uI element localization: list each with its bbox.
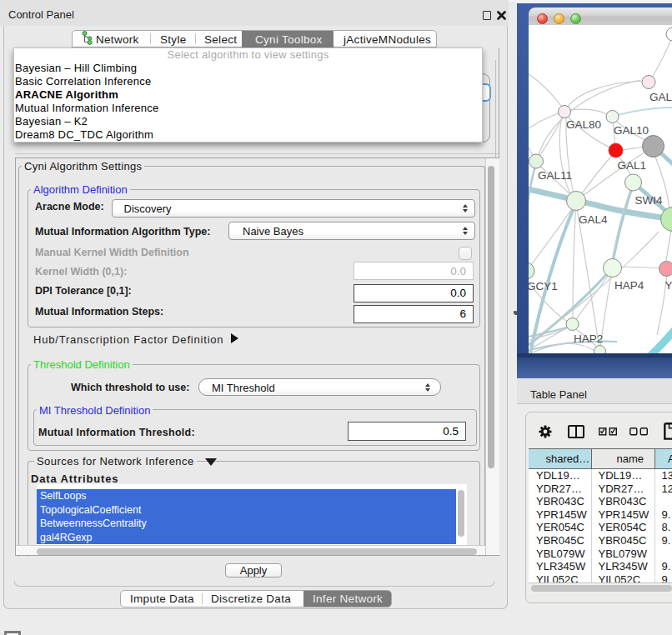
svg-text:GAL1: GAL1 — [618, 159, 647, 172]
svg-text:GAL4: GAL4 — [579, 213, 608, 226]
svg-text:GCY1: GCY1 — [529, 280, 558, 292]
svg-text:HAP4: HAP4 — [614, 279, 644, 292]
svg-text:GAL11: GAL11 — [538, 169, 572, 182]
svg-text:SWI4: SWI4 — [635, 194, 663, 207]
svg-text:GAL80: GAL80 — [566, 118, 601, 131]
svg-text:GAL7: GAL7 — [649, 91, 672, 103]
svg-text:HAP2: HAP2 — [574, 332, 603, 345]
svg-text:GAL10: GAL10 — [614, 124, 649, 137]
svg-text:Y: Y — [665, 279, 672, 292]
